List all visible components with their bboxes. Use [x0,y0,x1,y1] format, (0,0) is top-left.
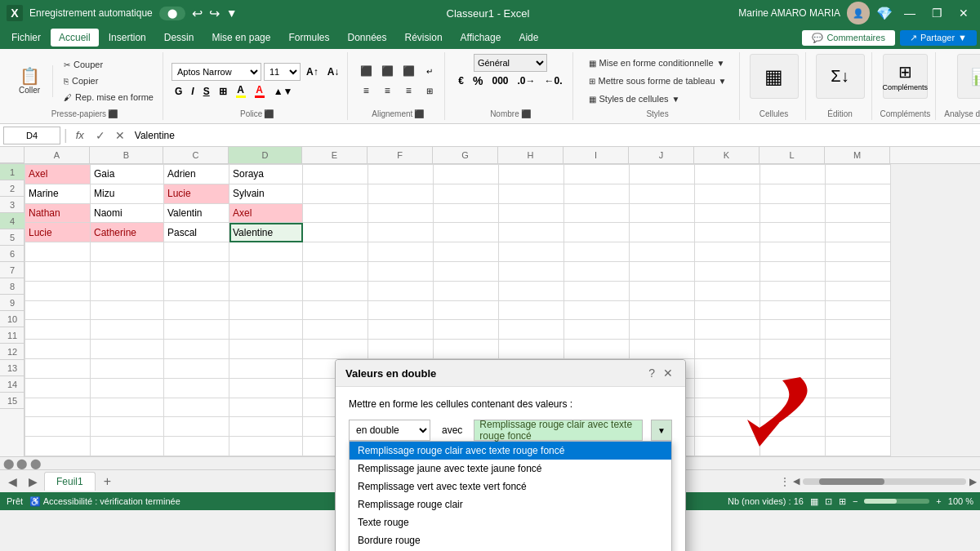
sheet-nav-right[interactable]: ▶ [24,473,42,490]
font-expand-icon[interactable]: ⬛ [264,109,274,118]
col-header-l[interactable]: L [760,147,825,163]
menu-donnees[interactable]: Données [339,29,394,47]
horizontal-scrollbar[interactable] [803,478,966,485]
row-header-8[interactable]: 8 [0,278,24,295]
cell-i3[interactable] [564,203,630,223]
function-wizard-button[interactable]: fx [71,129,89,141]
conditional-format-button[interactable]: ▦ Mise en forme conditionnelle ▼ [585,56,731,70]
italic-button[interactable]: I [188,85,197,98]
cell-j1[interactable] [630,165,695,184]
edition-icon[interactable]: Σ↓ [816,54,865,99]
formula-input[interactable] [131,130,977,141]
cell-b5[interactable] [91,242,164,262]
dropdown-item-5[interactable]: Texte rouge [350,513,671,531]
page-break-view-icon[interactable]: ⊞ [839,496,846,507]
col-header-k[interactable]: K [694,147,760,163]
dialog-close-button[interactable]: ✕ [661,367,675,380]
cell-m2[interactable] [826,184,891,203]
undo-icon[interactable]: ↩ [192,6,203,21]
cell-m4[interactable] [826,223,891,242]
dropdown-item-4[interactable]: Remplissage rouge clair [350,495,671,513]
format-as-table-button[interactable]: ⊞ Mettre sous forme de tableau ▼ [585,73,731,88]
align-top-right-button[interactable]: ⬛ [399,62,418,80]
font-color-button[interactable]: A [252,83,268,99]
cell-k2[interactable] [695,184,760,203]
page-view-icon[interactable]: ⊡ [825,496,832,507]
dialog-help-button[interactable]: ? [646,367,657,380]
decrease-decimal-button[interactable]: ←0. [541,74,566,87]
more-tools-icon[interactable]: ▼ [226,7,238,20]
cell-g4[interactable] [434,223,499,242]
cell-e4[interactable] [303,223,368,242]
cell-f3[interactable] [368,203,434,223]
menu-fichier[interactable]: Fichier [3,29,49,47]
user-avatar[interactable]: 👤 [847,2,870,24]
clipboard-expand-icon[interactable]: ⬛ [108,109,118,118]
cell-c4[interactable]: Pascal [164,223,229,242]
cell-b4[interactable]: Catherine [91,223,164,242]
align-right-button[interactable]: ≡ [399,82,418,100]
paste-button[interactable]: 📋 Coller [11,65,47,97]
row-header-1[interactable]: 1 [0,164,24,180]
zoom-slider[interactable] [864,499,929,504]
alignment-expand-icon[interactable]: ⬛ [414,109,424,118]
cell-g1[interactable] [434,165,499,184]
col-header-f[interactable]: F [368,147,433,163]
col-header-a[interactable]: A [24,147,90,163]
row-header-13[interactable]: 13 [0,360,24,376]
decrease-font-button[interactable]: A↓ [324,65,343,78]
format-dropdown-button[interactable]: ▼ [651,420,672,441]
restore-button[interactable]: ❐ [927,7,947,20]
cell-h1[interactable] [499,165,564,184]
cell-d5[interactable] [229,242,303,262]
font-name-select[interactable]: Aptos Narrow [172,63,261,81]
cell-k4[interactable] [695,223,760,242]
cell-d2[interactable]: Sylvain [229,184,303,203]
comments-button[interactable]: 💬 Commentaires [802,30,895,46]
dropdown-item-6[interactable]: Bordure rouge [350,531,671,549]
row-header-3[interactable]: 3 [0,197,24,213]
formula-check-icon[interactable]: ✓ [92,129,109,142]
cell-e1[interactable] [303,165,368,184]
col-header-c[interactable]: C [163,147,229,163]
col-header-g[interactable]: G [433,147,498,163]
cell-j4[interactable] [630,223,695,242]
dropdown-item-1[interactable]: Remplissage rouge clair avec texte rouge… [350,442,671,460]
dropdown-item-2[interactable]: Remplissage jaune avec texte jaune foncé [350,460,671,478]
currency-button[interactable]: € [455,74,467,87]
cell-b3[interactable]: Naomi [91,203,164,223]
cell-k3[interactable] [695,203,760,223]
add-sheet-button[interactable]: + [97,473,118,491]
col-header-h[interactable]: H [498,147,564,163]
col-header-d[interactable]: D [229,147,302,163]
align-center-button[interactable]: ≡ [377,82,397,100]
cell-d4[interactable]: Valentine [229,223,303,242]
cell-l3[interactable] [760,203,826,223]
align-left-button[interactable]: ≡ [356,82,376,100]
row-header-15[interactable]: 15 [0,393,24,409]
cell-i4[interactable] [564,223,630,242]
col-header-j[interactable]: J [629,147,694,163]
align-top-left-button[interactable]: ⬛ [356,62,376,80]
cell-a5[interactable] [25,242,91,262]
format-painter-button[interactable]: 🖌Rep. mise en forme [60,90,158,104]
align-top-center-button[interactable]: ⬛ [377,62,397,80]
bold-button[interactable]: G [172,85,185,98]
cell-c5[interactable] [164,242,229,262]
increase-decimal-button[interactable]: .0→ [514,74,539,87]
menu-formules[interactable]: Formules [280,29,337,47]
wrap-text-button[interactable]: ↵ [420,62,439,80]
close-button[interactable]: ✕ [954,7,973,20]
cell-k1[interactable] [695,165,760,184]
formula-cancel-icon[interactable]: ✕ [112,129,128,142]
cell-styles-button[interactable]: ▦ Styles de cellules ▼ [585,91,731,106]
row-header-5[interactable]: 5 [0,229,24,246]
cell-h2[interactable] [499,184,564,203]
cell-l1[interactable] [760,165,826,184]
cell-e2[interactable] [303,184,368,203]
cell-c3[interactable]: Valentin [164,203,229,223]
font-expand-icon[interactable]: ▲▼ [270,85,296,98]
menu-dessin[interactable]: Dessin [156,29,203,47]
cut-button[interactable]: ✂Couper [60,57,158,72]
cell-h3[interactable] [499,203,564,223]
